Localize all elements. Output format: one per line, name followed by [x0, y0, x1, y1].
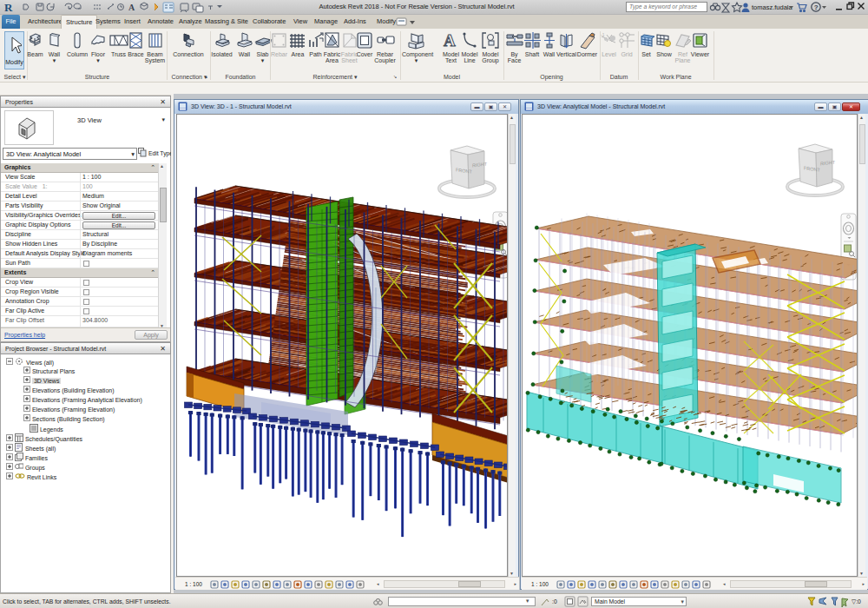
svg-text:A: A	[444, 31, 456, 50]
svg-text:?: ?	[814, 3, 819, 11]
svg-text:-1: -1	[601, 32, 605, 37]
svg-text:tomasz.fudala: tomasz.fudala	[752, 3, 793, 11]
svg-text:RIGHT: RIGHT	[472, 162, 488, 169]
svg-text:R: R	[4, 1, 13, 14]
svg-text:RIGHT: RIGHT	[820, 160, 836, 167]
svg-text:A: A	[128, 3, 135, 12]
